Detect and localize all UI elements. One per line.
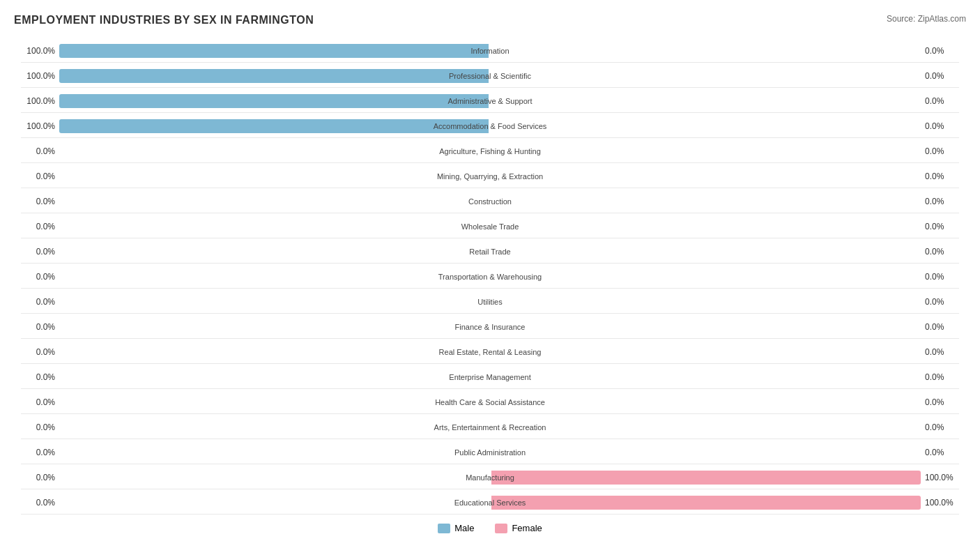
male-percent-label: 0.0% (21, 448, 59, 457)
table-row: 0.0%Transportation & Warehousing0.0% (21, 265, 959, 289)
male-bar (59, 44, 489, 58)
table-row: 0.0%Construction0.0% (21, 190, 959, 213)
male-percent-label: 0.0% (21, 222, 59, 231)
bar-area: Health Care & Social Assistance (59, 390, 921, 413)
male-bar-section (59, 114, 490, 137)
bar-area: Educational Services (59, 491, 921, 514)
male-bar-section (59, 365, 490, 388)
bar-area: Real Estate, Rental & Leasing (59, 340, 921, 363)
female-percent-label: 0.0% (921, 71, 959, 81)
female-percent-label: 0.0% (921, 422, 959, 432)
female-percent-label: 0.0% (921, 247, 959, 257)
table-row: 0.0%Real Estate, Rental & Leasing0.0% (21, 340, 959, 364)
female-bar-section (490, 89, 921, 112)
table-row: 0.0%Arts, Entertainment & Recreation0.0% (21, 416, 959, 439)
bar-area: Arts, Entertainment & Recreation (59, 416, 921, 439)
table-row: 0.0%Health Care & Social Assistance0.0% (21, 390, 959, 414)
male-bar-section (59, 89, 490, 112)
table-row: 100.0%Professional & Scientific0.0% (21, 64, 959, 88)
table-row: 100.0%Accommodation & Food Services0.0% (21, 114, 959, 138)
male-percent-label: 100.0% (21, 96, 59, 106)
male-bar-section (59, 315, 490, 338)
table-row: 0.0%Enterprise Management0.0% (21, 365, 959, 389)
female-percent-label: 0.0% (921, 121, 959, 131)
table-row: 0.0%Educational Services100.0% (21, 491, 959, 515)
female-bar-section (490, 390, 921, 413)
bar-area: Utilities (59, 290, 921, 313)
male-percent-label: 0.0% (21, 397, 59, 407)
table-row: 0.0%Retail Trade0.0% (21, 240, 959, 264)
bar-area: Transportation & Warehousing (59, 265, 921, 288)
female-percent-label: 0.0% (921, 46, 959, 56)
female-percent-label: 0.0% (921, 448, 959, 457)
female-percent-label: 0.0% (921, 347, 959, 357)
female-bar-section (490, 165, 921, 188)
table-row: 0.0%Public Administration0.0% (21, 441, 959, 464)
male-percent-label: 0.0% (21, 146, 59, 156)
female-bar-section (490, 466, 921, 489)
male-bar (59, 94, 489, 108)
female-percent-label: 0.0% (921, 297, 959, 307)
male-legend-label: Male (454, 523, 474, 533)
female-bar-section (490, 39, 921, 62)
female-bar-section (490, 114, 921, 137)
male-bar-section (59, 165, 490, 188)
male-percent-label: 0.0% (21, 498, 59, 508)
female-bar-section (490, 491, 921, 514)
source-label: Source: ZipAtlas.com (887, 14, 966, 24)
female-bar-section (490, 139, 921, 162)
table-row: 0.0%Manufacturing100.0% (21, 466, 959, 489)
female-percent-label: 0.0% (921, 172, 959, 181)
female-percent-label: 0.0% (921, 272, 959, 282)
legend-female: Female (495, 523, 542, 533)
table-row: 0.0%Agriculture, Fishing & Hunting0.0% (21, 139, 959, 163)
male-bar-section (59, 491, 490, 514)
female-percent-label: 100.0% (921, 473, 959, 482)
female-bar-section (490, 265, 921, 288)
female-legend-box (495, 524, 507, 533)
female-bar (491, 496, 921, 510)
female-bar-section (490, 340, 921, 363)
table-row: 0.0%Mining, Quarrying, & Extraction0.0% (21, 165, 959, 188)
male-bar-section (59, 416, 490, 439)
male-percent-label: 100.0% (21, 46, 59, 56)
male-percent-label: 0.0% (21, 372, 59, 382)
male-percent-label: 0.0% (21, 322, 59, 332)
bar-area: Wholesale Trade (59, 215, 921, 238)
female-legend-label: Female (512, 523, 542, 533)
bar-area: Professional & Scientific (59, 64, 921, 87)
bar-area: Enterprise Management (59, 365, 921, 388)
table-row: 100.0%Administrative & Support0.0% (21, 89, 959, 113)
female-bar-section (490, 365, 921, 388)
female-bar (491, 471, 921, 485)
male-percent-label: 0.0% (21, 172, 59, 181)
table-row: 100.0%Information0.0% (21, 39, 959, 63)
female-bar-section (490, 190, 921, 213)
male-bar (59, 69, 489, 83)
legend-male: Male (438, 523, 474, 533)
female-percent-label: 0.0% (921, 96, 959, 106)
male-bar-section (59, 441, 490, 464)
male-bar-section (59, 139, 490, 162)
bar-area: Finance & Insurance (59, 315, 921, 338)
male-bar-section (59, 240, 490, 263)
bar-area: Information (59, 39, 921, 62)
female-bar-section (490, 441, 921, 464)
bar-area: Agriculture, Fishing & Hunting (59, 139, 921, 162)
male-percent-label: 0.0% (21, 422, 59, 432)
bar-area: Retail Trade (59, 240, 921, 263)
male-percent-label: 100.0% (21, 121, 59, 131)
female-bar-section (490, 215, 921, 238)
male-percent-label: 0.0% (21, 347, 59, 357)
female-percent-label: 0.0% (921, 197, 959, 206)
legend: Male Female (14, 523, 966, 533)
male-bar-section (59, 39, 490, 62)
male-percent-label: 0.0% (21, 272, 59, 282)
bar-area: Mining, Quarrying, & Extraction (59, 165, 921, 188)
male-percent-label: 0.0% (21, 247, 59, 257)
bar-area: Manufacturing (59, 466, 921, 489)
female-bar-section (490, 416, 921, 439)
table-row: 0.0%Wholesale Trade0.0% (21, 215, 959, 238)
female-bar-section (490, 315, 921, 338)
table-row: 0.0%Finance & Insurance0.0% (21, 315, 959, 339)
